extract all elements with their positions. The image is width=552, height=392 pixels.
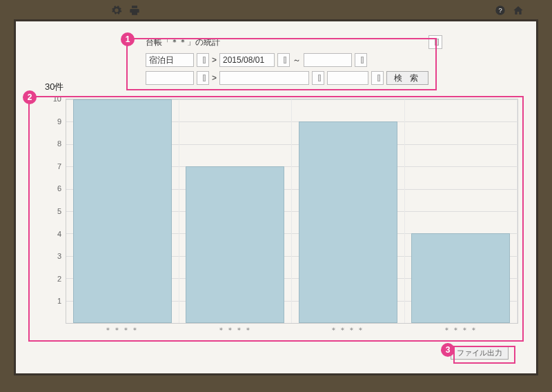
title-select[interactable]	[428, 35, 442, 49]
bar-slot: ＊＊＊＊	[66, 99, 179, 323]
bar-slot: ＊＊＊＊	[292, 99, 405, 323]
bar	[186, 166, 284, 323]
chevron-down-icon	[361, 57, 364, 63]
gt-symbol2: >	[212, 73, 217, 83]
value2a-select[interactable]	[312, 71, 324, 85]
field1-select[interactable]: 宿泊日	[146, 53, 194, 67]
date-to-select[interactable]	[355, 53, 367, 67]
value2b-input[interactable]	[327, 71, 368, 85]
bar-slot: ＊＊＊＊	[405, 99, 518, 323]
chevron-down-icon	[203, 75, 206, 81]
search-button[interactable]: 検 索	[386, 71, 428, 85]
callout-1: 1	[121, 32, 135, 46]
date-from-select[interactable]	[277, 53, 290, 67]
field2-op-select[interactable]	[197, 71, 209, 85]
x-tick-label: ＊＊＊＊	[405, 325, 518, 335]
main-panel: 台帳「＊＊」の統計 宿泊日 > 2015/08/01 ～ > 検 索 30件 ＊…	[14, 19, 538, 375]
y-tick-label: 4	[42, 230, 61, 238]
chevron-down-icon	[435, 39, 439, 46]
y-tick-label: 3	[42, 252, 61, 260]
export-button[interactable]: ファイル出力	[451, 346, 509, 360]
chevron-down-icon	[377, 75, 380, 81]
field2-select[interactable]	[146, 71, 194, 85]
y-tick-label: 5	[42, 207, 61, 215]
y-tick-label: 6	[42, 184, 61, 193]
callout-3: 3	[441, 343, 455, 357]
svg-text:?: ?	[498, 7, 502, 14]
tilde: ～	[293, 55, 301, 66]
bar-slot: ＊＊＊＊	[179, 99, 293, 323]
y-tick-label: 9	[42, 117, 61, 126]
y-tick-label: 7	[42, 162, 61, 170]
field1-label: 宿泊日	[149, 55, 174, 66]
gt-symbol: >	[212, 55, 217, 65]
field1-op-select[interactable]	[197, 53, 209, 67]
gear-icon[interactable]	[110, 4, 123, 17]
value2b-select[interactable]	[371, 71, 384, 85]
date-from-input[interactable]: 2015/08/01	[219, 53, 275, 67]
chevron-down-icon	[284, 57, 286, 63]
y-tick-label: 2	[42, 275, 61, 283]
bar	[299, 121, 397, 323]
print-icon[interactable]	[128, 4, 141, 17]
x-tick-label: ＊＊＊＊	[179, 325, 292, 335]
callout-2: 2	[23, 90, 37, 104]
help-icon[interactable]: ?	[494, 4, 506, 17]
bar	[73, 99, 172, 323]
x-tick-label: ＊＊＊＊	[66, 325, 179, 335]
stats-title: 台帳「＊＊」の統計	[146, 37, 220, 48]
y-tick-label: 8	[42, 139, 61, 148]
chevron-down-icon	[318, 75, 321, 81]
value2a-input[interactable]	[219, 71, 309, 85]
date-to-input[interactable]	[304, 53, 352, 67]
bar	[411, 233, 510, 323]
y-tick-label: 10	[42, 95, 61, 103]
y-tick-label: 1	[42, 297, 61, 305]
bar-chart: ＊＊＊＊＊＊＊＊＊＊＊＊＊＊＊＊ 12345678910	[42, 99, 518, 337]
chevron-down-icon	[203, 57, 206, 63]
x-tick-label: ＊＊＊＊	[292, 325, 404, 335]
result-count: 30件	[45, 81, 63, 93]
home-icon[interactable]	[512, 4, 524, 17]
filter-area: 台帳「＊＊」の統計 宿泊日 > 2015/08/01 ～ > 検 索	[146, 35, 442, 85]
